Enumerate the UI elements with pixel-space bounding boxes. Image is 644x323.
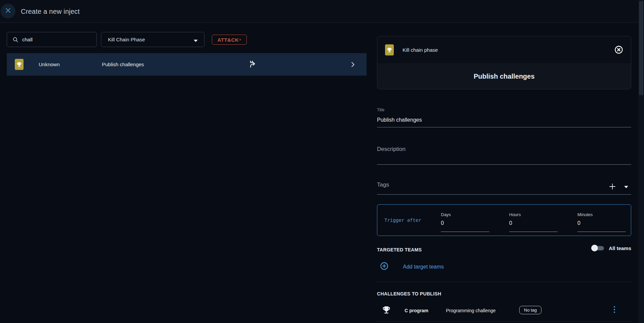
trigger-hours-field: Hours (509, 205, 558, 236)
challenge-row[interactable]: C program Programming challenge No tag (377, 301, 631, 320)
description-underline (377, 164, 631, 165)
days-label: Days (441, 212, 451, 217)
selected-inject-heading: Publish challenges (473, 73, 534, 80)
all-teams-control: All teams (591, 244, 631, 252)
attack-filter-button[interactable]: ATT&CK® (212, 35, 247, 45)
title-field-label: Title (377, 108, 384, 112)
inject-detail-panel: Kill chain phase Publish challenges Titl… (377, 0, 631, 323)
create-inject-dialog: Create a new inject Kill Chain Phase ATT… (0, 0, 644, 323)
remove-selection-icon[interactable] (614, 45, 623, 56)
all-teams-toggle[interactable] (591, 244, 605, 252)
kill-chain-phase-label: Kill Chain Phase (108, 37, 145, 42)
scrollbar-thumb[interactable] (639, 1, 643, 95)
trophy-icon (382, 305, 391, 316)
minutes-label: Minutes (577, 212, 593, 217)
result-phase: Unknown (39, 62, 60, 67)
minutes-input[interactable] (577, 220, 624, 226)
add-target-teams-label: Add target teams (403, 264, 444, 270)
divider (377, 321, 631, 322)
trophy-badge-icon (15, 59, 24, 70)
tags-field-label: Tags (377, 181, 389, 188)
challenge-menu-button[interactable] (613, 306, 616, 314)
add-tag-icon[interactable] (608, 183, 616, 192)
tags-actions (608, 183, 629, 192)
trigger-minutes-field: Minutes (577, 205, 626, 236)
phase-card-kicker: Kill chain phase (403, 36, 438, 63)
challenge-tag-chip: No tag (519, 306, 541, 314)
hours-label: Hours (509, 212, 521, 217)
title-underline (377, 127, 631, 127)
days-input[interactable] (441, 220, 488, 226)
hours-input[interactable] (509, 220, 556, 226)
page-title: Create a new inject (21, 0, 80, 23)
close-dialog-button[interactable] (1, 4, 15, 18)
kill-chain-phase-card: Kill chain phase Publish challenges (377, 36, 631, 89)
kill-chain-phase-select[interactable]: Kill Chain Phase (101, 32, 204, 47)
close-icon (5, 7, 11, 15)
chevron-right-icon (349, 61, 356, 70)
add-circle-icon (380, 261, 389, 272)
registered-mark: ® (239, 38, 241, 41)
title-input[interactable] (377, 117, 631, 123)
result-title: Publish challenges (102, 62, 144, 67)
trigger-after-label: Trigger after (384, 217, 421, 223)
phase-card-body: Publish challenges (377, 63, 631, 89)
tags-underline (377, 194, 631, 195)
trigger-days-field: Days (441, 205, 489, 236)
targeted-teams-heading: TARGETED TEAMS (377, 247, 422, 252)
chevron-down-icon (193, 38, 198, 44)
route-icon (248, 59, 258, 70)
all-teams-label: All teams (609, 245, 631, 251)
trigger-after-box: Trigger after Days Hours Minutes (377, 204, 631, 236)
challenges-heading: CHALLENGES TO PUBLISH (377, 291, 441, 296)
add-target-teams-button[interactable]: Add target teams (380, 261, 444, 272)
trophy-badge-icon (385, 44, 394, 55)
divider (377, 282, 631, 282)
challenge-name: C program (405, 308, 428, 313)
challenge-category: Programming challenge (446, 308, 496, 313)
scrollbar[interactable] (638, 0, 644, 323)
phase-card-header: Kill chain phase (377, 36, 631, 63)
inject-result-row[interactable]: Unknown Publish challenges (7, 53, 367, 76)
description-field-label: Description (377, 146, 406, 153)
tags-dropdown-icon[interactable] (624, 184, 629, 190)
description-input[interactable] (377, 153, 631, 159)
